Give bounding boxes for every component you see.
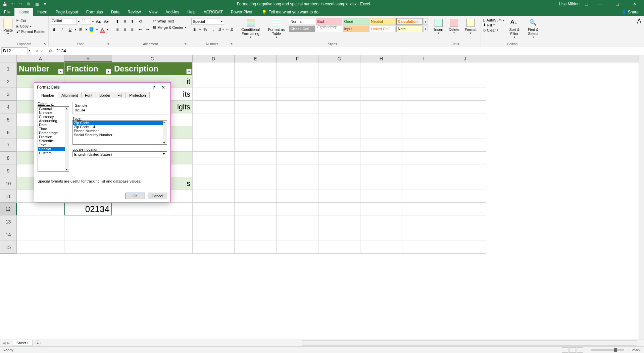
zoom-in-icon[interactable]: + — [627, 348, 629, 352]
type-item-selected[interactable]: Zip Code — [73, 121, 163, 125]
scroll-up-icon[interactable]: ▲ — [163, 121, 167, 124]
font-color-button[interactable]: A — [99, 26, 106, 33]
font-name-select[interactable]: Calibri — [51, 18, 77, 25]
qat-dropdown-icon[interactable]: ▾ — [42, 1, 48, 7]
borders-button[interactable]: ⊞ — [78, 26, 84, 33]
number-format-select[interactable]: Special ▾ — [191, 18, 224, 25]
zoom-out-icon[interactable]: − — [586, 348, 588, 352]
fill-dropdown-icon[interactable]: ▾ — [493, 23, 495, 27]
add-sheet-button[interactable]: + — [35, 340, 41, 346]
col-head-g[interactable]: G — [318, 55, 360, 62]
col-head-b[interactable]: B — [64, 55, 112, 62]
name-box-dropdown-icon[interactable]: ▾ — [29, 49, 33, 52]
save-icon[interactable]: 💾 — [2, 1, 7, 7]
col-head-c[interactable]: C — [112, 55, 193, 62]
scroll-down-icon[interactable]: ▼ — [163, 141, 167, 144]
clipboard-launcher-icon[interactable]: ⬊ — [44, 42, 48, 46]
style-check-cell[interactable]: Check Cell — [289, 26, 315, 32]
delete-dropdown-icon[interactable]: ▾ — [453, 32, 455, 35]
underline-button[interactable]: U — [67, 26, 73, 33]
minimize-button[interactable]: — — [593, 0, 606, 8]
filter-icon[interactable]: ▾ — [186, 69, 192, 74]
dialog-tab-border[interactable]: Border — [96, 92, 114, 98]
maximize-button[interactable]: ▢ — [610, 0, 624, 8]
fill-color-button[interactable]: 🪣 — [88, 26, 95, 33]
autosum-button[interactable]: ΣAutoSum▾ — [483, 18, 504, 22]
tell-me[interactable]: 💡 Tell me what you want to do — [256, 10, 318, 14]
style-input[interactable]: Input — [343, 26, 369, 32]
dialog-tab-fill[interactable]: Fill — [114, 92, 126, 98]
cell-b1[interactable]: Fraction▾ — [64, 62, 112, 75]
tab-insert[interactable]: Insert — [33, 8, 51, 16]
row-head-4[interactable]: 4 — [0, 101, 17, 113]
page-break-view-button[interactable] — [577, 347, 583, 353]
decrease-decimal-button[interactable]: ←.0 — [226, 26, 233, 33]
tab-acrobat[interactable]: ACROBAT — [200, 8, 227, 16]
scroll-down-icon[interactable]: ▼ — [65, 168, 69, 171]
dialog-close-button[interactable]: ✕ — [158, 83, 168, 92]
font-size-select[interactable]: 11 — [81, 18, 91, 25]
conditional-formatting-button[interactable]: Conditional Formatting ▾ — [237, 18, 264, 39]
filter-icon[interactable]: ▾ — [106, 69, 111, 74]
col-head-e[interactable]: E — [235, 55, 277, 62]
row-head-12[interactable]: 12 — [0, 203, 17, 215]
tab-addins[interactable]: Add-ins — [161, 8, 183, 16]
format-dropdown-icon[interactable]: ▾ — [470, 32, 471, 35]
locale-dropdown-icon[interactable]: ▼ — [162, 152, 165, 156]
increase-font-button[interactable]: A▴ — [95, 18, 102, 25]
new-file-icon[interactable]: 🗎 — [26, 1, 32, 7]
formula-input[interactable] — [55, 48, 644, 54]
category-list[interactable]: General Number Currency Accounting Date … — [38, 106, 69, 172]
select-all-corner[interactable] — [0, 55, 17, 62]
cell-a1[interactable]: Number▾ — [17, 62, 64, 75]
cell-d1[interactable] — [193, 62, 235, 75]
category-item[interactable]: Text — [38, 143, 65, 147]
paste-dropdown-icon[interactable]: ▾ — [7, 32, 9, 35]
number-format-dropdown-icon[interactable]: ▾ — [221, 20, 222, 23]
bold-button[interactable]: B — [51, 26, 57, 33]
horizontal-scrollbar[interactable] — [302, 340, 637, 346]
number-launcher-icon[interactable]: ⬊ — [230, 42, 234, 46]
tab-formulas[interactable]: Formulas — [82, 8, 107, 16]
wrap-text-button[interactable]: ↩Wrap Text — [152, 18, 187, 24]
type-item[interactable]: Phone Number — [73, 129, 163, 133]
col-head-a[interactable]: A — [17, 55, 64, 62]
tab-help[interactable]: Help — [183, 8, 200, 16]
find-select-button[interactable]: 🔍Find & Select▾ — [525, 18, 542, 39]
style-explanatory[interactable]: Explanatory ... — [316, 26, 342, 32]
format-cells-button[interactable]: Format▾ — [463, 18, 479, 35]
type-item[interactable]: Social Security Number — [73, 133, 163, 137]
undo-icon[interactable]: ↶ — [10, 1, 15, 7]
find-dropdown-icon[interactable]: ▾ — [533, 36, 534, 39]
dialog-tab-protection[interactable]: Protection — [126, 92, 150, 98]
ok-button[interactable]: OK — [126, 193, 145, 199]
zoom-handle[interactable] — [614, 348, 617, 352]
enter-formula-icon[interactable]: ✓ — [40, 49, 44, 53]
style-calculation[interactable]: Calculation — [396, 18, 423, 25]
col-head-d[interactable]: D — [193, 55, 235, 62]
dialog-tab-font[interactable]: Font — [81, 92, 96, 98]
style-note[interactable]: Note — [396, 26, 423, 32]
name-box[interactable] — [1, 47, 28, 54]
type-item[interactable]: Zip Code + 4 — [73, 125, 163, 129]
category-item[interactable]: Percentage — [38, 131, 65, 135]
tab-home[interactable]: Home — [14, 8, 33, 16]
dialog-tab-number[interactable]: Number — [38, 92, 58, 98]
col-head-h[interactable]: H — [360, 55, 402, 62]
vertical-scrollbar[interactable] — [639, 55, 644, 340]
zoom-level[interactable]: 250% — [632, 348, 641, 352]
clear-button[interactable]: ◇Clear▾ — [483, 28, 504, 32]
sheet-nav-next-icon[interactable]: ▶ — [7, 341, 9, 345]
dialog-help-button[interactable]: ? — [149, 83, 158, 92]
cut-button[interactable]: ✂Cut — [15, 18, 46, 23]
copy-dropdown-icon[interactable]: ▾ — [30, 25, 31, 28]
merge-center-button[interactable]: ⊟Merge & Center▾ — [152, 24, 187, 30]
style-normal[interactable]: Normal — [289, 18, 315, 25]
clear-dropdown-icon[interactable]: ▾ — [497, 29, 498, 32]
format-as-table-button[interactable]: Format as Table ▾ — [265, 18, 288, 39]
dialog-tab-alignment[interactable]: Alignment — [58, 92, 82, 98]
share-button[interactable]: 👤 Share — [622, 10, 644, 14]
align-middle-button[interactable]: ≡ — [121, 18, 128, 25]
normal-view-button[interactable] — [562, 347, 568, 353]
sort-dropdown-icon[interactable]: ▾ — [514, 36, 515, 39]
